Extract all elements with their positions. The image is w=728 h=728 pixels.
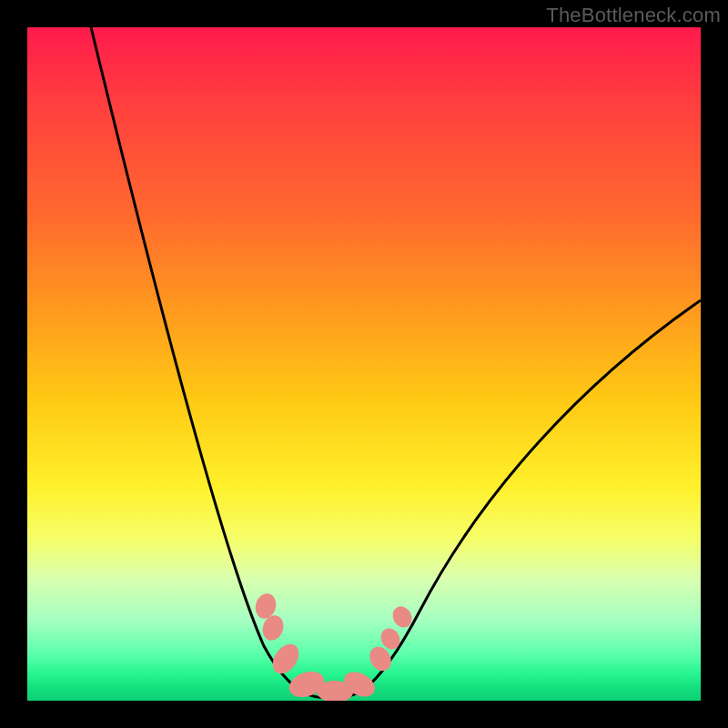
marker-group [253, 592, 416, 701]
chart-svg [27, 27, 701, 701]
watermark-text: TheBottleneck.com [546, 4, 721, 27]
bottleneck-curve [91, 27, 701, 698]
plot-area [27, 27, 701, 701]
chart-frame: TheBottleneck.com [0, 0, 728, 728]
